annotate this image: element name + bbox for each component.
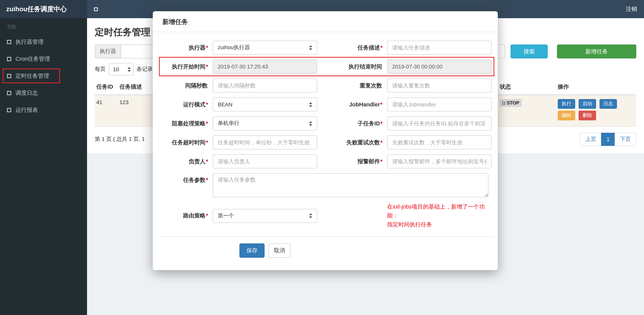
- owner-input[interactable]: [213, 154, 317, 168]
- sidebar-item-label: 运行报表: [16, 106, 38, 114]
- select-arrows-icon: [307, 45, 312, 50]
- timed-job-manage-icon: [7, 74, 11, 78]
- per-page-prefix: 每页: [95, 66, 106, 73]
- job-param-textarea[interactable]: [213, 173, 488, 197]
- cron-job-manage-icon: [7, 57, 11, 61]
- executor-select-value: zuihou执行器: [218, 44, 250, 51]
- fail-retry-label: 失败重试次数*: [317, 139, 387, 146]
- feature-note-line2: 指定时间执行任务: [387, 220, 488, 229]
- delete-button[interactable]: 删除: [579, 111, 596, 120]
- search-button[interactable]: 搜索: [510, 45, 548, 59]
- cell-operations: 执行 启动 日志 编辑 删除: [556, 95, 636, 126]
- executor-select[interactable]: zuihou执行器: [213, 41, 317, 55]
- sidebar-toggle-icon[interactable]: [94, 7, 98, 11]
- per-page-select[interactable]: 10: [109, 63, 134, 76]
- next-page-button[interactable]: 下页: [614, 133, 636, 146]
- child-job-input[interactable]: [387, 117, 492, 130]
- block-strategy-label: 阻塞处理策略*: [158, 120, 213, 127]
- repeat-count-input[interactable]: [387, 79, 492, 93]
- run-report-icon: [7, 108, 11, 112]
- time-range-row: 执行开始时间* 执行结束时间: [158, 60, 488, 74]
- select-arrows-icon: [125, 67, 131, 72]
- cell-status: STOP: [498, 95, 556, 111]
- add-job-button[interactable]: 新增任务: [557, 45, 636, 59]
- pager: 上页 1 下页: [580, 133, 636, 146]
- start-button[interactable]: 启动: [579, 99, 596, 109]
- log-button[interactable]: 日志: [600, 99, 617, 109]
- sidebar-item-label: 定时任务管理: [16, 72, 49, 80]
- executor-label: 执行器*: [158, 44, 213, 51]
- interval-label: 间隔秒数: [158, 82, 213, 89]
- interval-input[interactable]: [213, 79, 317, 93]
- repeat-count-label: 重复次数: [317, 82, 387, 89]
- pagination-summary: 第 1 页 ( 总共 1 页, 1: [95, 136, 145, 143]
- sidebar-item-dispatch-log[interactable]: 调度日志: [0, 84, 87, 101]
- per-page-value: 10: [113, 66, 119, 72]
- save-button[interactable]: 保存: [240, 243, 264, 257]
- timeout-label: 任务超时时间*: [158, 139, 213, 146]
- cell-job-id: 41: [95, 95, 118, 109]
- feature-note: 在xxl-jobs项目的基础上，新增了一个功能： 指定时间执行任务: [387, 202, 488, 229]
- route-strategy-select-value: 第一个: [218, 212, 234, 219]
- modal-title: 新增任务: [153, 11, 498, 32]
- owner-label: 负责人*: [158, 158, 213, 165]
- edit-button[interactable]: 编辑: [558, 111, 575, 120]
- sidebar-section-label: 导航: [0, 18, 87, 33]
- feature-note-line1: 在xxl-jobs项目的基础上，新增了一个功能：: [387, 202, 488, 220]
- job-handler-input[interactable]: [387, 98, 492, 111]
- select-arrows-icon: [307, 102, 312, 107]
- sidebar-item-run-report[interactable]: 运行报表: [0, 101, 87, 118]
- page-1-button[interactable]: 1: [601, 133, 615, 146]
- alarm-email-input[interactable]: [387, 154, 492, 168]
- sidebar-item-timed-job-manage[interactable]: 定时任务管理: [0, 67, 87, 84]
- glue-type-select-value: BEAN: [218, 101, 232, 108]
- job-param-label: 任务参数*: [158, 173, 213, 184]
- end-time-label: 执行结束时间: [317, 63, 387, 70]
- brand-title: zuihou任务调度中心: [0, 0, 87, 18]
- modal-footer: 保存 取消: [213, 237, 317, 269]
- status-text: STOP: [507, 100, 519, 106]
- glue-type-select[interactable]: BEAN: [213, 98, 317, 111]
- logout-link[interactable]: 注销: [626, 6, 637, 13]
- job-desc-input[interactable]: [387, 41, 492, 55]
- job-handler-label: JobHandler*: [317, 101, 387, 108]
- end-time-input[interactable]: [387, 60, 492, 74]
- executor-filter-label: 执行器: [95, 45, 121, 59]
- block-strategy-select-value: 单机串行: [218, 120, 240, 127]
- route-strategy-select[interactable]: 第一个: [213, 209, 317, 223]
- select-arrows-icon: [307, 213, 312, 218]
- status-badge: STOP: [500, 99, 522, 107]
- header-job-id: 任务ID: [95, 79, 118, 94]
- sidebar: 导航 执行器管理 Cron任务管理 定时任务管理 调度日志 运行报表: [0, 18, 87, 315]
- header-status: 状态: [498, 79, 556, 94]
- sidebar-item-cron-job-manage[interactable]: Cron任务管理: [0, 50, 87, 67]
- app-root: zuihou任务调度中心 注销 导航 执行器管理 Cron任务管理 定时任务管理…: [0, 0, 644, 315]
- select-arrows-icon: [307, 121, 312, 126]
- alarm-email-label: 报警邮件*: [317, 158, 387, 165]
- timeout-input[interactable]: [213, 135, 317, 149]
- dispatch-log-icon: [7, 91, 11, 95]
- executor-manage-icon: [7, 40, 11, 44]
- per-page-suffix: 条记录: [136, 66, 153, 73]
- prev-page-button[interactable]: 上页: [580, 133, 602, 146]
- fail-retry-input[interactable]: [387, 135, 492, 149]
- sidebar-item-executor-manage[interactable]: 执行器管理: [0, 33, 87, 50]
- modal-body: 执行器* zuihou执行器 任务描述* 执行开始时间* 执行结束时间 间隔秒数…: [153, 32, 498, 269]
- add-job-modal: 新增任务 执行器* zuihou执行器 任务描述* 执行开始时间* 执行结束时间…: [153, 11, 498, 270]
- glue-type-label: 运行模式*: [158, 101, 213, 108]
- modal-divider: [159, 236, 494, 237]
- header-operation: 操作: [556, 79, 636, 94]
- run-button[interactable]: 执行: [558, 99, 575, 109]
- start-time-label: 执行开始时间*: [158, 63, 213, 70]
- sidebar-item-label: Cron任务管理: [16, 55, 50, 63]
- sidebar-item-label: 执行器管理: [16, 38, 44, 46]
- start-time-input[interactable]: [213, 60, 317, 74]
- sidebar-item-label: 调度日志: [16, 89, 38, 97]
- job-desc-label: 任务描述*: [317, 44, 387, 51]
- route-strategy-label: 路由策略*: [158, 212, 213, 220]
- stop-icon: [502, 102, 505, 104]
- block-strategy-select[interactable]: 单机串行: [213, 117, 317, 130]
- cancel-button[interactable]: 取消: [268, 243, 290, 257]
- child-job-label: 子任务ID*: [317, 120, 387, 127]
